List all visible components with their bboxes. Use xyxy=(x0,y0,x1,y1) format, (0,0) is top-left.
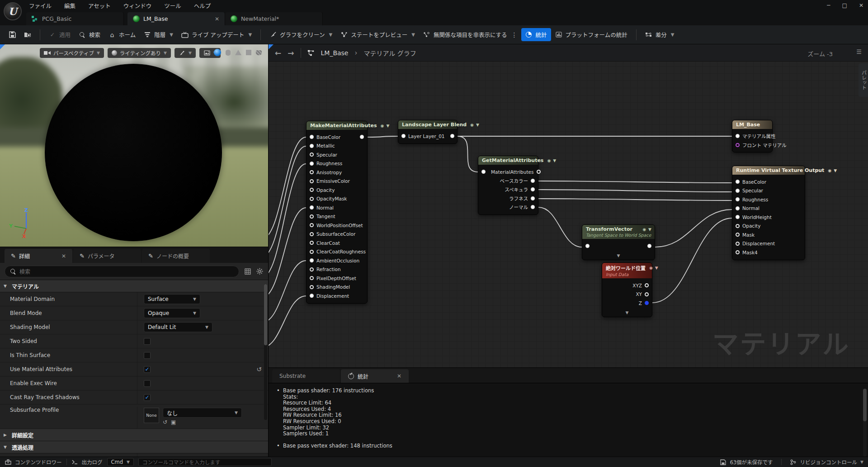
input-pin[interactable] xyxy=(310,162,314,166)
graph-node-lm-base-result[interactable]: LM_Baseマテリアル属性フロント マテリアル xyxy=(732,120,773,152)
output-pin[interactable] xyxy=(531,179,535,183)
hierarchy-button[interactable]: 階層▼ xyxy=(140,28,177,41)
output-pin[interactable] xyxy=(647,244,651,248)
forward-arrow-icon[interactable]: → xyxy=(288,48,294,57)
input-pin[interactable] xyxy=(481,170,486,174)
input-pin[interactable] xyxy=(736,134,740,138)
collapse-chevron-icon[interactable]: ▼ xyxy=(655,266,658,270)
graph-node-landscape-layer-blend[interactable]: Landscape Layer Blend◉▼Layer Layer_01 xyxy=(398,120,458,144)
apply-button[interactable]: ✓ 適用 xyxy=(45,28,75,41)
reset-to-default-icon[interactable]: ↺ xyxy=(256,366,262,373)
input-pin[interactable] xyxy=(736,197,740,201)
graph-node-transform-vector[interactable]: TransformVector◉▼Tangent Space to World … xyxy=(582,224,655,260)
graph-node-absolute-world-position[interactable]: 絶対ワールド位置◉▼Input DataXYZXYZ▼ xyxy=(602,262,652,317)
preview-toggle-icon[interactable]: ◉ xyxy=(470,123,474,127)
browse-icon[interactable]: ▣ xyxy=(171,419,176,425)
input-pin[interactable] xyxy=(310,188,314,192)
input-pin[interactable] xyxy=(585,244,590,248)
tab-lm-base[interactable]: LM_Base ✕ xyxy=(127,12,225,25)
toolbar-overflow-icon[interactable]: ⋮ xyxy=(511,31,518,38)
property-checkbox[interactable] xyxy=(144,380,151,387)
preview-toggle-icon[interactable]: ◉ xyxy=(642,227,646,232)
diff-button[interactable]: 差分▼ xyxy=(641,28,679,41)
home-button[interactable]: ⌂ ホーム xyxy=(104,28,140,41)
output-pin[interactable] xyxy=(360,135,364,139)
output-pin[interactable] xyxy=(531,205,535,209)
tab-new-material[interactable]: NewMaterial* xyxy=(225,12,323,25)
shape-cylinder-button[interactable] xyxy=(226,50,231,56)
output-pin[interactable] xyxy=(531,187,535,191)
settings-gear-icon[interactable] xyxy=(256,267,264,275)
content-drawer-button[interactable]: コンテンツドロワー xyxy=(5,458,62,466)
view-mode-dropdown[interactable]: ライティングあり▼ xyxy=(108,48,171,58)
save-button[interactable] xyxy=(5,29,20,41)
input-pin[interactable] xyxy=(310,179,314,183)
input-pin[interactable] xyxy=(736,180,740,184)
close-icon[interactable]: ✕ xyxy=(859,2,863,9)
input-pin[interactable] xyxy=(736,250,740,254)
minimize-icon[interactable]: ─ xyxy=(827,2,830,9)
input-pin[interactable] xyxy=(736,143,740,147)
collapse-chevron-icon[interactable]: ▼ xyxy=(553,158,556,163)
unsaved-assets-button[interactable]: 63個が未保存です xyxy=(719,458,773,466)
hide-unrelated-button[interactable]: 無関係な項目を非表示にする xyxy=(419,28,511,41)
menu-item-2[interactable]: アセット xyxy=(88,1,111,10)
output-pin[interactable] xyxy=(645,292,649,296)
input-pin[interactable] xyxy=(310,223,314,227)
revision-control-button[interactable]: リビジョンコントロール ▼ xyxy=(790,458,863,466)
section-header[interactable]: ▶詳細設定 xyxy=(0,429,268,441)
details-scrollbar[interactable] xyxy=(264,284,267,420)
input-pin[interactable] xyxy=(736,233,740,237)
preview-toggle-icon[interactable]: ◉ xyxy=(649,266,653,270)
menu-item-1[interactable]: 編集 xyxy=(64,1,75,10)
property-checkbox[interactable] xyxy=(144,352,151,359)
tab-substrate[interactable]: Substrate xyxy=(272,369,340,383)
advanced-pins-chevron[interactable]: ▼ xyxy=(602,310,652,317)
graph-node-get-material-attributes[interactable]: GetMaterialAttributes◉▼MaterialAttribute… xyxy=(478,156,538,215)
asset-thumbnail[interactable]: None xyxy=(144,408,159,423)
material-preview-viewport[interactable]: パースペクティブ▼ ライティングあり▼ ▼ ▼ xyxy=(0,44,268,247)
tab-details[interactable]: ✎ 詳細 ✕ xyxy=(5,249,72,263)
shape-teapot-button[interactable] xyxy=(256,50,262,55)
input-pin[interactable] xyxy=(310,197,314,201)
collapse-chevron-icon[interactable]: ▼ xyxy=(834,168,837,173)
input-pin[interactable] xyxy=(310,214,314,219)
tab-node-overview[interactable]: ✎ ノードの概要 xyxy=(142,249,210,263)
console-command-input[interactable]: コンソールコマンドを入力します xyxy=(138,458,272,466)
live-update-button[interactable]: ライブ アップデート▼ xyxy=(177,28,256,41)
shape-sphere-button[interactable] xyxy=(214,49,221,56)
display-filter-icon[interactable] xyxy=(244,267,251,275)
tab-pcg-basic[interactable]: PCG_Basic xyxy=(26,12,124,25)
console-type-dropdown[interactable]: Cmd▼ xyxy=(107,458,134,466)
input-pin[interactable] xyxy=(736,206,740,210)
tab-close-icon[interactable]: ✕ xyxy=(53,253,66,259)
output-pin[interactable] xyxy=(645,283,649,287)
property-checkbox[interactable]: ✓ xyxy=(144,366,151,373)
perspective-dropdown[interactable]: パースペクティブ▼ xyxy=(40,48,104,58)
search-button[interactable]: 検索 xyxy=(75,28,104,41)
use-selected-icon[interactable]: ↺ xyxy=(163,419,167,425)
details-search-input[interactable]: 検索 xyxy=(5,266,239,277)
tab-parameters[interactable]: ✎ パラメータ xyxy=(73,249,141,263)
property-checkbox[interactable] xyxy=(144,338,151,345)
input-pin[interactable] xyxy=(310,258,314,262)
input-pin[interactable] xyxy=(736,189,740,193)
input-pin[interactable] xyxy=(736,242,740,246)
output-pin[interactable] xyxy=(531,196,535,200)
input-pin[interactable] xyxy=(310,144,314,148)
graph-node-make-material-attributes[interactable]: MakeMaterialAttributes◉▼BaseColorMetalli… xyxy=(306,121,368,304)
advanced-pins-chevron[interactable]: ▼ xyxy=(582,253,655,260)
output-log-button[interactable]: 出力ログ xyxy=(71,458,103,466)
section-header[interactable]: ▼マテリアル xyxy=(0,280,268,292)
input-pin[interactable] xyxy=(310,205,314,210)
input-pin[interactable] xyxy=(310,152,314,157)
input-pin[interactable] xyxy=(310,267,314,272)
preview-toggle-icon[interactable]: ◉ xyxy=(547,158,551,163)
breadcrumb-page[interactable]: マテリアル グラフ xyxy=(363,48,416,57)
show-flags-dropdown[interactable]: ▼ xyxy=(175,48,196,58)
preview-toggle-icon[interactable]: ◉ xyxy=(381,124,384,128)
collapse-chevron-icon[interactable]: ▼ xyxy=(386,124,389,128)
collapse-chevron-icon[interactable]: ▼ xyxy=(476,123,479,127)
input-pin[interactable] xyxy=(310,294,314,298)
material-graph-panel[interactable]: マテリアル MakeMaterialAttributes◉▼BaseColorM… xyxy=(268,44,868,367)
